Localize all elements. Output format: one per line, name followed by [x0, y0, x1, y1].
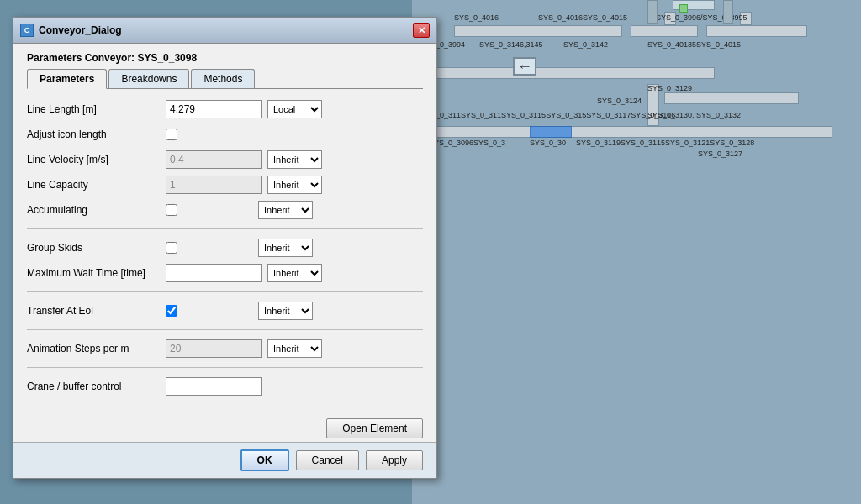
- accumulating-checkbox[interactable]: [166, 204, 177, 216]
- highlighted-conveyor: [530, 126, 572, 138]
- dialog-title: Conveyor_Dialog: [39, 24, 122, 36]
- line-velocity-label: Line Velocity [m/s]: [27, 154, 166, 165]
- ok-button[interactable]: OK: [240, 449, 289, 471]
- conveyor-dialog: C Conveyor_Dialog ✕ Parameters Conveyor:…: [13, 17, 437, 479]
- transfer-eol-row: Transfer At Eol Inherit Local Global: [27, 301, 423, 321]
- bg-label-1: SYS_0_4016: [454, 13, 499, 22]
- animation-steps-row: Animation Steps per m Inherit Local Glob…: [27, 339, 423, 359]
- adjust-icon-checkbox[interactable]: [166, 129, 177, 140]
- divider-4: [27, 367, 423, 368]
- transfer-eol-label: Transfer At Eol: [27, 305, 166, 317]
- adjust-icon-row: Adjust icon length: [27, 124, 423, 144]
- conveyor-line-top3: [706, 25, 807, 37]
- bg-label-9: SYS_0_3124: [597, 97, 642, 105]
- tab-parameters[interactable]: Parameters: [27, 69, 107, 89]
- bg-label-6: SYS_0_3142: [563, 40, 608, 49]
- form-section: Line Length [m] Local Global Inherit Adj…: [27, 99, 423, 396]
- max-wait-control[interactable]: Inherit Local Global: [267, 264, 322, 282]
- line-capacity-control[interactable]: Inherit Local Global: [267, 176, 322, 194]
- cancel-button[interactable]: Cancel: [296, 450, 359, 470]
- green-indicator: [679, 4, 688, 13]
- conveyor-main: [412, 126, 832, 138]
- bg-label-14: SYS_0_3119SYS_0_3115SYS_0_3121SYS_0_3128: [576, 139, 754, 147]
- group-skids-label: Group Skids: [27, 242, 166, 254]
- adjust-icon-label: Adjust icon length: [27, 129, 166, 140]
- cv-small1: [647, 0, 658, 24]
- max-wait-label: Maximum Wait Time [time]: [27, 267, 166, 279]
- group-skids-control[interactable]: Inherit Local Global: [258, 239, 313, 257]
- line-length-control[interactable]: Local Global Inherit: [267, 100, 322, 118]
- line-velocity-input[interactable]: [166, 150, 262, 169]
- line-velocity-control[interactable]: Inherit Local Global: [267, 150, 322, 169]
- conveyor-line-top: [454, 25, 622, 37]
- bg-label-5: SYS_0_3146,3145: [479, 40, 543, 49]
- transfer-eol-checkbox[interactable]: [166, 305, 177, 317]
- bg-label-2: SYS_0_4016SYS_0_4015: [538, 13, 627, 22]
- apply-button[interactable]: Apply: [366, 450, 423, 470]
- cv-small2: [723, 0, 733, 24]
- bg-label-7: SYS_0_40135SYS_0_4015: [647, 40, 741, 49]
- params-label: Parameters Conveyor: SYS_0_3098: [27, 52, 423, 64]
- open-element-wrapper: Open Element: [13, 412, 436, 442]
- accumulating-control[interactable]: Inherit Local Global: [258, 201, 313, 219]
- bg-label-10: SYS_0_311SYS_0_311SYS_0_3115SYS_0_315SYS…: [420, 111, 675, 119]
- accumulating-label: Accumulating: [27, 204, 166, 216]
- group-skids-row: Group Skids Inherit Local Global: [27, 238, 423, 258]
- line-length-row: Line Length [m] Local Global Inherit: [27, 99, 423, 119]
- tab-bar: Parameters Breakdowns Methods: [27, 69, 423, 89]
- conveyor-line-top2: [631, 25, 698, 37]
- dialog-body: Parameters Conveyor: SYS_0_3098 Paramete…: [13, 44, 436, 412]
- divider-1: [27, 228, 423, 229]
- arrow-indicator: ←: [513, 57, 536, 76]
- line-capacity-label: Line Capacity: [27, 179, 166, 191]
- tab-breakdowns[interactable]: Breakdowns: [108, 69, 189, 88]
- max-wait-row: Maximum Wait Time [time] Inherit Local G…: [27, 263, 423, 283]
- divider-2: [27, 291, 423, 292]
- animation-steps-label: Animation Steps per m: [27, 343, 166, 354]
- dialog-footer: OK Cancel Apply: [13, 442, 436, 478]
- dialog-icon: C: [20, 24, 34, 37]
- animation-steps-control[interactable]: Inherit Local Global: [267, 339, 322, 358]
- line-capacity-row: Line Capacity Inherit Local Global: [27, 175, 423, 195]
- animation-steps-input[interactable]: [166, 339, 262, 358]
- line-capacity-input[interactable]: [166, 176, 262, 194]
- conveyor-diagram: ← SYS_0_4016 SYS_0_4016SYS_0_4015 SYS_0_…: [412, 0, 861, 504]
- conveyor-mid1: [420, 67, 715, 79]
- group-skids-checkbox[interactable]: [166, 242, 177, 254]
- conveyor-mid2: [664, 92, 799, 104]
- line-length-label: Line Length [m]: [27, 103, 166, 115]
- accumulating-row: Accumulating Inherit Local Global: [27, 200, 423, 220]
- crane-buffer-input[interactable]: [166, 377, 262, 396]
- transfer-eol-control[interactable]: Inherit Local Global: [258, 302, 313, 320]
- line-velocity-row: Line Velocity [m/s] Inherit Local Global: [27, 150, 423, 170]
- dialog-titlebar: C Conveyor_Dialog ✕: [13, 18, 436, 44]
- bg-label-15: SYS_0_3127: [698, 150, 742, 158]
- crane-buffer-row: Crane / buffer control: [27, 376, 423, 396]
- tab-methods[interactable]: Methods: [191, 69, 255, 88]
- close-button[interactable]: ✕: [413, 23, 430, 38]
- bg-label-8: SYS_0_3129: [647, 84, 692, 92]
- open-element-button[interactable]: Open Element: [326, 418, 423, 438]
- bg-label-13: SYS_0_30: [530, 139, 566, 147]
- bg-label-11: SYS_0_3130, SYS_0_3132: [647, 111, 741, 119]
- crane-buffer-label: Crane / buffer control: [27, 381, 166, 392]
- line-length-input[interactable]: [166, 100, 262, 118]
- max-wait-input[interactable]: [166, 264, 262, 282]
- divider-3: [27, 329, 423, 330]
- bg-label-3: SYS_0_3996/SYS_0_3995: [656, 13, 747, 22]
